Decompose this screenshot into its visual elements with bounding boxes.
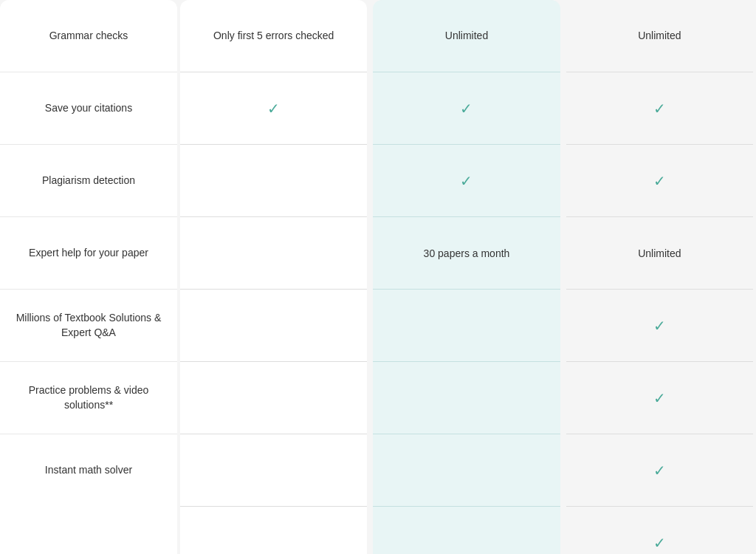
plan-cell-free-6 xyxy=(180,507,367,554)
plan-cell-basic-5 xyxy=(373,434,560,507)
feature-label-5: Practice problems & video solutions** xyxy=(0,362,177,434)
plan-cell-basic-6 xyxy=(373,507,560,554)
feature-label-0: Grammar checks xyxy=(0,0,177,72)
plan-column-premium: Unlimited✓✓Unlimited✓✓✓✓$19.95/mo.Sign u… xyxy=(566,0,753,554)
feature-label-4: Millions of Textbook Solutions & Expert … xyxy=(0,290,177,362)
pricing-table: Grammar checksSave your citationsPlagiar… xyxy=(0,0,756,554)
plan-cell-premium-3: ✓ xyxy=(566,290,753,362)
plan-cell-basic-2: 30 papers a month xyxy=(373,217,560,290)
plan-cell-free-4 xyxy=(180,362,367,434)
plan-header-premium: Unlimited xyxy=(566,0,753,72)
features-column: Grammar checksSave your citationsPlagiar… xyxy=(0,0,177,554)
check-icon: ✓ xyxy=(653,317,666,335)
plan-cell-premium-0: ✓ xyxy=(566,72,753,145)
check-icon: ✓ xyxy=(653,172,666,190)
plan-header-basic: Unlimited xyxy=(373,0,560,72)
plan-cell-basic-4 xyxy=(373,362,560,434)
feature-label-1: Save your citations xyxy=(0,72,177,145)
check-icon: ✓ xyxy=(653,389,666,407)
plan-cell-premium-1: ✓ xyxy=(566,145,753,217)
plan-cell-premium-5: ✓ xyxy=(566,434,753,507)
feature-label-6: Instant math solver xyxy=(0,434,177,507)
feature-label-2: Plagiarism detection xyxy=(0,145,177,217)
plan-column-free: Only first 5 errors checked✓FreeSign up xyxy=(180,0,367,554)
plan-cell-basic-1: ✓ xyxy=(373,145,560,217)
plan-cell-premium-4: ✓ xyxy=(566,362,753,434)
plan-cell-free-1 xyxy=(180,145,367,217)
plan-cell-free-3 xyxy=(180,290,367,362)
check-icon: ✓ xyxy=(267,100,280,117)
plan-column-basic: Unlimited✓✓30 papers a month$9.95/mo.Sig… xyxy=(373,0,560,554)
plan-cell-free-5 xyxy=(180,434,367,507)
check-icon: ✓ xyxy=(653,462,666,479)
check-icon: ✓ xyxy=(460,172,472,190)
plan-cell-basic-3 xyxy=(373,290,560,362)
plan-header-free: Only first 5 errors checked xyxy=(180,0,367,72)
feature-label-3: Expert help for your paper xyxy=(0,217,177,290)
plan-cell-basic-0: ✓ xyxy=(373,72,560,145)
check-icon: ✓ xyxy=(653,100,666,117)
check-icon: ✓ xyxy=(653,534,666,552)
plan-cell-premium-6: ✓ xyxy=(566,507,753,554)
plan-cell-free-0: ✓ xyxy=(180,72,367,145)
plan-cell-premium-2: Unlimited xyxy=(566,217,753,290)
plan-cell-free-2 xyxy=(180,217,367,290)
check-icon: ✓ xyxy=(460,100,472,117)
